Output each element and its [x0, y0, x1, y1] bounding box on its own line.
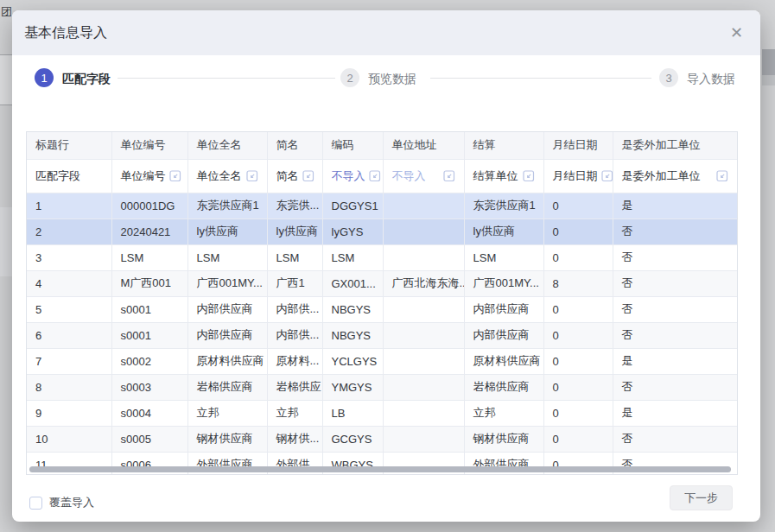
- step-1-label: 匹配字段: [62, 72, 111, 87]
- next-step-button[interactable]: 下一步: [670, 485, 733, 510]
- table-cell: LSM: [267, 244, 322, 270]
- match-field-select[interactable]: 单位编号: [111, 159, 187, 193]
- column-header: 月结日期: [543, 132, 613, 159]
- table-row[interactable]: 1000001DG东莞供应商1东莞供...DGGYS1东莞供应商10是: [27, 193, 737, 218]
- table-cell: 0: [543, 296, 613, 322]
- table-cell: 6: [27, 322, 111, 348]
- table-cell: 否: [613, 218, 737, 244]
- import-dialog: 基本信息导入 ✕ 1 匹配字段 2 预览数据 3 导入数据 标题行单位编号单位全…: [12, 10, 760, 522]
- table-cell: 广西001MY...: [464, 270, 543, 296]
- table-row[interactable]: 4M广西001广西001MY...广西1GX001...广西北海东海...广西0…: [27, 270, 737, 296]
- match-field-value: 结算单位: [473, 168, 518, 184]
- table-cell: 否: [613, 374, 737, 400]
- table-cell: 10: [27, 426, 111, 452]
- column-header: 标题行: [27, 132, 111, 159]
- match-field-select[interactable]: 不导入: [383, 159, 464, 193]
- table-cell: 内部供应商: [187, 322, 267, 348]
- overwrite-import-checkbox[interactable]: 覆盖导入: [29, 491, 94, 515]
- match-field-value: 单位编号: [121, 168, 166, 184]
- table-cell: 2: [27, 218, 111, 244]
- table-cell: 0: [543, 244, 613, 270]
- page-scrollbar-thumb[interactable]: [762, 49, 775, 75]
- table-cell: NBGYS: [322, 322, 383, 348]
- table-cell: 3: [27, 244, 111, 270]
- step-2-label: 预览数据: [368, 72, 416, 87]
- match-field-value: 不导入: [392, 168, 426, 184]
- table-cell: 立邦: [267, 400, 322, 426]
- table-cell: GCGYS: [322, 426, 383, 452]
- table-cell: 否: [613, 322, 737, 348]
- table-cell: 内部供应商: [464, 322, 543, 348]
- table-cell: 原材料...: [267, 348, 322, 374]
- table-row[interactable]: 6s0001内部供应商内部供...NBGYS内部供应商0否: [27, 322, 737, 348]
- field-picker-icon[interactable]: [246, 170, 258, 182]
- table-row[interactable]: 3LSMLSMLSMLSMLSM0否: [27, 244, 737, 270]
- table-cell: 0: [543, 322, 613, 348]
- table-row[interactable]: 220240421ly供应商ly供应商lyGYSly供应商0否: [27, 218, 737, 244]
- match-field-select[interactable]: 月结日期: [543, 159, 613, 193]
- table-cell: 是: [613, 193, 737, 218]
- match-field-select[interactable]: 简名: [267, 159, 322, 193]
- checkbox-box[interactable]: [29, 497, 42, 510]
- field-picker-icon[interactable]: [716, 170, 728, 182]
- match-field-value: 是委外加工单位: [622, 168, 701, 184]
- column-header: 简名: [267, 132, 322, 159]
- match-field-select[interactable]: 单位全名: [187, 159, 267, 193]
- table-cell: 8: [27, 374, 111, 400]
- table-cell: 东莞供应商1: [464, 193, 543, 218]
- field-picker-icon[interactable]: [523, 170, 535, 182]
- table-cell: 否: [613, 270, 737, 296]
- table-cell: [383, 296, 464, 322]
- table-cell: [383, 322, 464, 348]
- match-field-select[interactable]: 是委外加工单位: [613, 159, 737, 193]
- table-cell: 内部供...: [267, 296, 322, 322]
- table-cell: 5: [27, 296, 111, 322]
- table-cell: 是: [613, 400, 737, 426]
- page-scrollbar-track: [762, 75, 775, 86]
- table-cell: DGGYS1: [322, 193, 383, 218]
- table-row[interactable]: 10s0005钢材供应商钢材供...GCGYS钢材供应商0否: [27, 426, 737, 452]
- table-cell: [383, 374, 464, 400]
- table-header-row: 标题行单位编号单位全名简名编码单位地址结算月结日期是委外加工单位: [27, 132, 737, 159]
- field-picker-icon[interactable]: [369, 170, 381, 182]
- table-row[interactable]: 8s0003岩棉供应商岩棉供应YMGYS岩棉供应商0否: [27, 374, 737, 400]
- table-cell: 9: [27, 400, 111, 426]
- match-fields-row: 匹配字段单位编号单位全名简名不导入不导入结算单位月结日期是委外加工单位: [27, 159, 737, 193]
- table-cell: LSM: [464, 244, 543, 270]
- table-cell: 东莞供应商1: [187, 193, 267, 218]
- table-cell: 7: [27, 348, 111, 374]
- table-cell: 钢材供应商: [187, 426, 267, 452]
- table-row[interactable]: 9s0004立邦立邦LB立邦0是: [27, 400, 737, 426]
- table-cell: 原材料供应商: [187, 348, 267, 374]
- field-picker-icon[interactable]: [302, 170, 314, 182]
- background-page-fragment: [0, 54, 12, 105]
- table-cell: s0001: [111, 296, 187, 322]
- table-cell: s0001: [111, 322, 187, 348]
- match-field-select[interactable]: 不导入: [322, 159, 383, 193]
- table-cell: 内部供...: [267, 322, 322, 348]
- table-row[interactable]: 5s0001内部供应商内部供...NBGYS内部供应商0否: [27, 296, 737, 322]
- match-field-select[interactable]: 结算单位: [464, 159, 543, 193]
- step-1-circle: 1: [35, 68, 54, 87]
- table-cell: LSM: [187, 244, 267, 270]
- table-cell: 20240421: [111, 218, 187, 244]
- close-icon[interactable]: ✕: [727, 22, 746, 44]
- column-header: 单位编号: [111, 132, 187, 159]
- table-cell: NBGYS: [322, 296, 383, 322]
- field-picker-icon[interactable]: [443, 170, 455, 182]
- match-field-value: 月结日期: [553, 168, 598, 184]
- horizontal-scrollbar[interactable]: [29, 466, 731, 472]
- field-picker-icon[interactable]: [601, 170, 613, 182]
- field-picker-icon[interactable]: [169, 170, 181, 182]
- dialog-title: 基本信息导入: [24, 24, 107, 42]
- table-row[interactable]: 7s0002原材料供应商原材料...YCLGYS原材料供应商0是: [27, 348, 737, 374]
- step-3-circle: 3: [659, 68, 678, 87]
- table-cell: 否: [613, 244, 737, 270]
- column-header: 编码: [322, 132, 383, 159]
- table-cell: 0: [543, 218, 613, 244]
- table-cell: 0: [543, 400, 613, 426]
- match-field-value: 简名: [276, 168, 299, 184]
- table-cell: YCLGYS: [322, 348, 383, 374]
- match-field-value: 单位全名: [197, 168, 242, 184]
- table-cell: LSM: [111, 244, 187, 270]
